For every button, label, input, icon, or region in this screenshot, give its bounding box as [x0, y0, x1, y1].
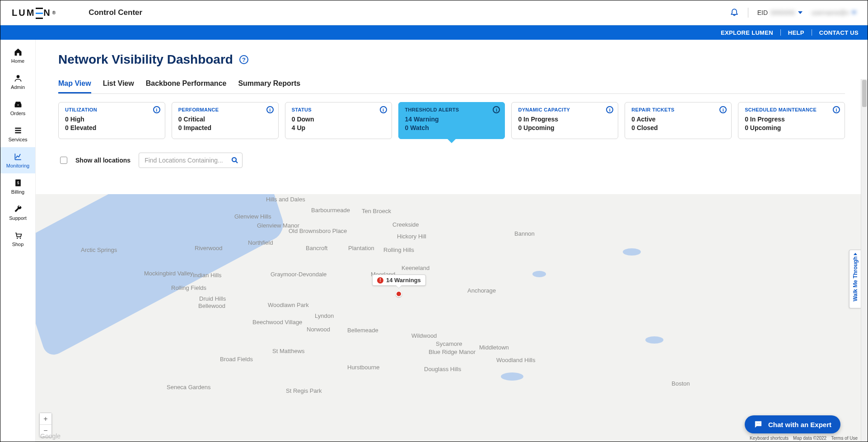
scrollbar[interactable]: [861, 79, 868, 442]
city-label: Blue Ridge Manor: [429, 349, 476, 355]
water-shape: [501, 372, 523, 381]
card-title: SCHEDULED MAINTENANCE: [745, 107, 838, 112]
city-label: Douglass Hills: [424, 366, 461, 372]
sidebar-item-services[interactable]: Services: [0, 121, 35, 147]
city-label: Hurstbourne: [347, 364, 380, 371]
card-utilization[interactable]: UTILIZATION i 0 High 0 Elevated: [58, 102, 165, 139]
tooltip-tail: [396, 285, 401, 288]
city-label: Plantation: [348, 245, 374, 251]
city-label: Bellemeade: [347, 327, 378, 334]
city-label: Barbourmeade: [311, 207, 350, 214]
card-line: 0 High: [65, 115, 159, 124]
sidebar-item-orders[interactable]: Orders: [0, 95, 35, 121]
info-icon[interactable]: i: [380, 106, 387, 113]
card-line: 0 In Progress: [518, 115, 611, 124]
card-line: 0 Active: [631, 115, 725, 124]
tab-backbone[interactable]: Backbone Performance: [146, 79, 227, 93]
credits-shortcuts[interactable]: Keyboard shortcuts: [750, 436, 789, 441]
page-title: Network Visibility Dashboard ?: [58, 52, 845, 67]
chevron-down-icon: [798, 11, 803, 14]
user-dropdown[interactable]: username@x: [812, 9, 856, 16]
scrollbar-thumb[interactable]: [862, 80, 867, 107]
info-icon[interactable]: i: [493, 106, 500, 113]
chat-button[interactable]: Chat with an Expert: [745, 415, 840, 433]
sidebar-item-shop[interactable]: Shop: [0, 226, 35, 252]
view-tabs: Map View List View Backbone Performance …: [58, 79, 845, 94]
city-label: Ten Broeck: [362, 208, 391, 214]
credits-data: Map data ©2022: [793, 436, 826, 441]
metric-cards: UTILIZATION i 0 High 0 Elevated PERFORMA…: [58, 102, 845, 139]
zoom-in-button[interactable]: +: [40, 413, 51, 425]
card-line: 0 Closed: [631, 124, 725, 132]
svg-point-0: [16, 75, 19, 78]
nav-contact[interactable]: CONTACT US: [819, 29, 859, 36]
card-status[interactable]: STATUS i 0 Down 4 Up: [285, 102, 392, 139]
notifications-icon[interactable]: [730, 7, 739, 18]
info-icon[interactable]: i: [719, 106, 727, 113]
sidebar-item-label: Services: [8, 137, 27, 142]
city-label: Graymoor-Devondale: [271, 271, 327, 278]
card-line: 14 Warning: [405, 115, 499, 124]
logo-text-after: N: [43, 8, 51, 18]
city-label: Bellewood: [198, 302, 225, 309]
sidebar-item-label: Orders: [10, 111, 26, 116]
city-label: Rolling Hills: [383, 247, 414, 253]
water-shape: [532, 271, 546, 277]
card-line: 0 Critical: [178, 115, 272, 124]
map-canvas[interactable]: Hills and DalesBarbourmeadeTen BroeckGle…: [36, 194, 868, 442]
chevron-up-icon: [854, 253, 857, 255]
card-title: REPAIR TICKETS: [631, 107, 725, 112]
chart-icon: [14, 152, 23, 161]
logo-text-before: LUM: [12, 8, 35, 18]
card-line: 0 In Progress: [745, 115, 838, 124]
card-repair-tickets[interactable]: REPAIR TICKETS i 0 Active 0 Closed: [625, 102, 732, 139]
list-icon: [14, 126, 23, 135]
card-dynamic-capacity[interactable]: DYNAMIC CAPACITY i 0 In Progress 0 Upcom…: [511, 102, 618, 139]
city-label: Druid Hills: [199, 295, 226, 302]
divider: [780, 29, 781, 36]
info-icon[interactable]: i: [266, 106, 274, 113]
sidebar-item-billing[interactable]: $ Billing: [0, 173, 35, 200]
sidebar-item-monitoring[interactable]: Monitoring: [0, 147, 35, 173]
app-subtitle: Control Center: [89, 8, 142, 17]
info-icon[interactable]: i: [606, 106, 613, 113]
card-title: PERFORMANCE: [178, 107, 272, 112]
card-line: 0 Impacted: [178, 124, 272, 132]
walk-label: Walk Me Through: [852, 256, 859, 302]
show-all-checkbox[interactable]: [60, 157, 67, 164]
search-icon[interactable]: [230, 155, 240, 165]
help-icon[interactable]: ?: [239, 55, 248, 64]
credits-terms[interactable]: Terms of Use: [831, 436, 858, 441]
show-all-label: Show all locations: [75, 157, 131, 164]
tab-map-view[interactable]: Map View: [58, 79, 91, 93]
card-line: 0 Watch: [405, 124, 499, 132]
info-icon[interactable]: i: [833, 106, 840, 113]
city-label: Old Brownsboro Place: [289, 228, 347, 234]
nav-explore[interactable]: EXPLORE LUMEN: [721, 29, 773, 36]
eid-dropdown[interactable]: EID 0000000: [757, 9, 803, 16]
location-search-input[interactable]: [139, 153, 243, 168]
info-icon[interactable]: i: [153, 106, 160, 113]
alert-marker[interactable]: ! 14 Warnings: [372, 275, 426, 297]
username: username@x: [812, 9, 849, 16]
water-shape: [645, 336, 663, 344]
card-line: 0 Upcoming: [745, 124, 838, 132]
walk-me-through-tab[interactable]: Walk Me Through: [849, 250, 861, 308]
sidebar-item-admin[interactable]: Admin: [0, 69, 35, 95]
svg-point-8: [759, 423, 760, 424]
city-label: Boston: [672, 380, 690, 387]
sidebar-item-label: Billing: [11, 189, 24, 195]
card-scheduled-maintenance[interactable]: SCHEDULED MAINTENANCE i 0 In Progress 0 …: [738, 102, 845, 139]
nav-help[interactable]: HELP: [788, 29, 804, 36]
page-title-text: Network Visibility Dashboard: [58, 52, 233, 67]
card-line: 0 Upcoming: [518, 124, 611, 132]
tab-summary[interactable]: Summary Reports: [238, 79, 300, 93]
divider: [748, 8, 748, 18]
card-threshold-alerts[interactable]: THRESHOLD ALERTS i 14 Warning 0 Watch: [398, 102, 505, 139]
map-credits: Keyboard shortcuts Map data ©2022 Terms …: [750, 436, 866, 441]
city-label: Keeneland: [401, 265, 429, 271]
tab-list-view[interactable]: List View: [103, 79, 134, 93]
card-performance[interactable]: PERFORMANCE i 0 Critical 0 Impacted: [172, 102, 279, 139]
sidebar-item-home[interactable]: Home: [0, 42, 35, 69]
sidebar-item-support[interactable]: Support: [0, 200, 35, 226]
